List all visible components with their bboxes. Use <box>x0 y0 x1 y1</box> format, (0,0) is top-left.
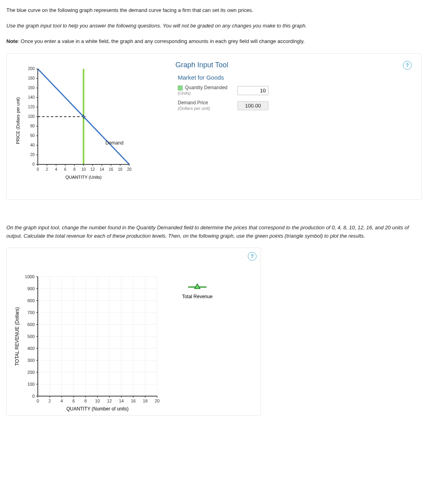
svg-text:8: 8 <box>73 167 76 172</box>
price-readout: 100.00 <box>237 101 268 110</box>
svg-text:600: 600 <box>27 322 35 327</box>
svg-text:160: 160 <box>28 86 35 90</box>
svg-text:18: 18 <box>118 167 123 172</box>
svg-text:8: 8 <box>84 399 87 403</box>
svg-text:0: 0 <box>32 162 35 166</box>
price-row: Demand Price (Dollars per unit) 100.00 <box>178 100 412 111</box>
svg-text:4: 4 <box>55 167 57 172</box>
svg-text:140: 140 <box>28 95 35 100</box>
svg-text:QUANTITY (Number of units): QUANTITY (Number of units) <box>66 406 128 412</box>
total-revenue-panel: ? 01002003004005006007008009001000 02468… <box>6 248 261 416</box>
svg-text:700: 700 <box>27 310 35 315</box>
svg-text:12: 12 <box>90 167 95 172</box>
svg-text:0: 0 <box>32 394 35 399</box>
svg-text:100: 100 <box>27 382 35 387</box>
svg-text:20: 20 <box>127 167 132 172</box>
input-tool: ? Graph Input Tool Market for Goods Quan… <box>169 57 418 119</box>
svg-text:200: 200 <box>27 370 35 375</box>
svg-text:6: 6 <box>64 167 66 172</box>
svg-text:12: 12 <box>107 399 112 403</box>
quantity-label: Quantity Demanded (Units) <box>178 85 237 96</box>
svg-text:TOTAL REVENUE (Dollars): TOTAL REVENUE (Dollars) <box>14 307 20 365</box>
svg-text:400: 400 <box>27 346 35 351</box>
svg-text:120: 120 <box>28 105 35 109</box>
quantity-label-text: Quantity Demanded <box>185 85 228 90</box>
svg-text:14: 14 <box>99 167 104 172</box>
svg-text:20: 20 <box>155 399 160 403</box>
quantity-legend-swatch <box>178 86 183 90</box>
svg-text:40: 40 <box>30 143 35 147</box>
intro-paragraph-2: Use the graph input tool to help you ans… <box>6 22 422 30</box>
svg-text:6: 6 <box>72 399 75 403</box>
demand-graph[interactable]: 020406080100120140160180200 024681012141… <box>10 57 169 196</box>
svg-marker-127 <box>195 284 200 289</box>
svg-text:2: 2 <box>46 167 48 172</box>
svg-text:18: 18 <box>143 399 148 403</box>
svg-text:20: 20 <box>30 152 35 157</box>
svg-text:60: 60 <box>30 133 35 138</box>
price-label: Demand Price (Dollars per unit) <box>178 100 237 111</box>
svg-text:4: 4 <box>60 399 63 403</box>
svg-text:14: 14 <box>119 399 124 403</box>
help-icon[interactable]: ? <box>248 252 257 261</box>
svg-text:2: 2 <box>49 399 51 403</box>
price-units: (Dollars per unit) <box>178 106 210 111</box>
svg-text:10: 10 <box>95 399 100 403</box>
mid-instruction: On the graph input tool, change the numb… <box>6 224 422 240</box>
svg-text:80: 80 <box>30 124 35 128</box>
svg-text:800: 800 <box>27 298 35 303</box>
svg-text:16: 16 <box>109 167 113 172</box>
tool-section-title: Market for Goods <box>178 74 412 81</box>
note-label: Note <box>6 38 18 44</box>
svg-text:16: 16 <box>131 399 136 403</box>
svg-text:1000: 1000 <box>25 274 35 279</box>
intro-paragraph-1: The blue curve on the following graph re… <box>6 6 422 15</box>
quantity-units: (Units) <box>178 91 191 96</box>
tool-title: Graph Input Tool <box>175 61 412 69</box>
svg-text:180: 180 <box>28 76 35 80</box>
svg-text:Demand: Demand <box>105 140 123 146</box>
quantity-input[interactable] <box>237 86 268 95</box>
svg-text:10: 10 <box>81 167 86 172</box>
svg-text:0: 0 <box>37 399 39 403</box>
svg-text:500: 500 <box>27 334 35 339</box>
svg-text:900: 900 <box>27 286 35 291</box>
svg-text:Total Revenue: Total Revenue <box>182 294 213 299</box>
quantity-row: Quantity Demanded (Units) <box>178 85 412 96</box>
svg-text:300: 300 <box>27 358 35 363</box>
svg-text:QUANTITY (Units): QUANTITY (Units) <box>66 175 102 180</box>
svg-text:PRICE (Dollars per unit): PRICE (Dollars per unit) <box>16 97 20 144</box>
svg-text:0: 0 <box>37 167 39 172</box>
svg-text:100: 100 <box>28 114 35 119</box>
price-label-text: Demand Price <box>178 100 208 105</box>
graph-input-panel: 020406080100120140160180200 024681012141… <box>6 53 422 200</box>
note-text: : Once you enter a value in a white fiel… <box>18 38 305 44</box>
intro-paragraph-3: Note: Once you enter a value in a white … <box>6 37 422 46</box>
total-revenue-plot-tool[interactable]: Total Revenue <box>182 284 213 299</box>
svg-text:200: 200 <box>28 66 35 71</box>
